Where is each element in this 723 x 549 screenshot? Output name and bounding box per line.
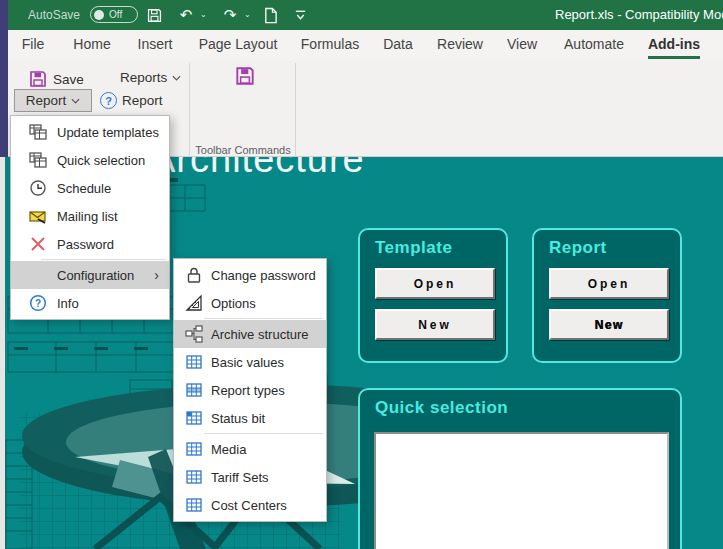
template-panel: Template Open New	[358, 228, 508, 363]
toggle-knob-icon	[94, 10, 104, 20]
table-row-icon	[184, 380, 204, 400]
tab-formulas[interactable]: Formulas	[301, 36, 359, 52]
table-cell-icon	[184, 408, 204, 428]
submenu-item-tariff-sets[interactable]: Tariff Sets	[174, 463, 326, 491]
save-icon[interactable]	[144, 5, 164, 25]
window-title: Report.xls - Compatibility Mode	[555, 7, 723, 22]
menu-item-quick-selection[interactable]: Quick selection	[11, 146, 169, 174]
menu-separator	[41, 259, 166, 260]
help-question-icon: ?	[100, 92, 117, 109]
tab-automate[interactable]: Automate	[564, 36, 624, 52]
undo-icon[interactable]: ↶	[176, 5, 196, 25]
reports-label: Reports	[120, 70, 167, 85]
titlebar: AutoSave Off ↶ ⌄ ↷ ⌄ Report.xls - Compat…	[8, 0, 723, 30]
save-button[interactable]: Save	[28, 69, 84, 89]
menu-item-schedule[interactable]: Schedule	[11, 174, 169, 202]
toolbar-save-button[interactable]	[234, 65, 256, 87]
tab-data[interactable]: Data	[383, 36, 413, 52]
menu-item-info[interactable]: ? Info	[11, 289, 169, 317]
save-floppy-icon	[28, 69, 48, 89]
submenu-item-archive-structure[interactable]: Archive structure	[174, 320, 326, 348]
tab-page-layout[interactable]: Page Layout	[199, 36, 278, 52]
template-new-button[interactable]: New	[375, 309, 495, 340]
templates-icon	[28, 122, 48, 142]
form-heading: Architecture	[150, 157, 365, 181]
options-ruler-icon	[184, 293, 204, 313]
report-help-button[interactable]: ? Report	[100, 92, 163, 109]
tab-review[interactable]: Review	[437, 36, 483, 52]
chevron-down-icon	[172, 75, 181, 81]
submenu-item-status-bit[interactable]: Status bit	[174, 404, 326, 432]
background-window-edge	[0, 157, 5, 549]
menu-item-configuration[interactable]: Configuration ›	[11, 261, 169, 289]
excel-window: AutoSave Off ↶ ⌄ ↷ ⌄ Report.xls - Compat…	[0, 0, 723, 549]
customize-toolbar-icon[interactable]	[290, 5, 310, 25]
report-dropdown-menu: Update templates Quick selection Schedul…	[10, 115, 170, 320]
ribbon-group-separator	[295, 63, 296, 157]
undo-chevron-icon[interactable]: ⌄	[200, 10, 207, 19]
template-open-button[interactable]: Open	[375, 268, 495, 299]
menu-item-update-templates[interactable]: Update templates	[11, 118, 169, 146]
mail-icon	[28, 206, 48, 226]
redo-icon[interactable]: ↷	[220, 5, 240, 25]
table-icon	[184, 495, 204, 515]
submenu-item-report-types[interactable]: Report types	[174, 376, 326, 404]
quick-selection-listbox[interactable]	[374, 432, 669, 549]
reports-dropdown[interactable]: Reports	[120, 70, 181, 85]
redo-chevron-icon[interactable]: ⌄	[244, 10, 251, 19]
tab-insert[interactable]: Insert	[137, 36, 172, 52]
report-open-button[interactable]: Open	[549, 268, 669, 299]
active-tab-underline	[648, 56, 700, 59]
red-x-icon	[28, 234, 48, 254]
report-new-button[interactable]: New	[549, 309, 669, 340]
report-panel: Report Open New	[532, 228, 682, 363]
submenu-item-basic-values[interactable]: Basic values	[174, 348, 326, 376]
empty-icon-slot	[28, 265, 48, 285]
save-label: Save	[53, 72, 84, 87]
menu-separator	[204, 433, 323, 434]
tab-view[interactable]: View	[507, 36, 537, 52]
report-label: Report	[26, 93, 67, 108]
new-document-icon[interactable]	[260, 5, 280, 25]
lock-icon	[184, 265, 204, 285]
templates-icon	[28, 150, 48, 170]
table-icon	[184, 467, 204, 487]
hierarchy-icon	[184, 324, 204, 344]
configuration-submenu: Change password Options Archive structur…	[173, 258, 327, 522]
background-window-edge	[0, 0, 8, 157]
menu-separator	[204, 318, 323, 319]
quick-selection-title: Quick selection	[375, 398, 508, 418]
tab-add-ins[interactable]: Add-ins	[648, 36, 700, 52]
ribbon-tab-row: File Home Insert Page Layout Formulas Da…	[8, 30, 723, 60]
submenu-item-media[interactable]: Media	[174, 435, 326, 463]
submenu-item-options[interactable]: Options	[174, 289, 326, 317]
ribbon-group-separator	[189, 63, 190, 157]
tab-home[interactable]: Home	[73, 36, 110, 52]
svg-text:?: ?	[35, 298, 41, 309]
report-dropdown[interactable]: Report	[14, 89, 92, 112]
autosave-label: AutoSave	[28, 8, 80, 22]
submenu-item-change-password[interactable]: Change password	[174, 261, 326, 289]
tab-file[interactable]: File	[22, 36, 45, 52]
report-panel-title: Report	[549, 238, 607, 258]
ribbon-group-label: Toolbar Commands	[191, 144, 295, 156]
autosave-toggle[interactable]: Off	[90, 6, 138, 23]
submenu-arrow-icon: ›	[154, 267, 169, 283]
report-help-label: Report	[122, 93, 163, 108]
info-icon: ?	[28, 293, 48, 313]
clock-icon	[28, 178, 48, 198]
submenu-item-cost-centers[interactable]: Cost Centers	[174, 491, 326, 519]
autosave-state: Off	[109, 9, 122, 20]
menu-item-password[interactable]: Password	[11, 230, 169, 258]
menu-item-mailing-list[interactable]: Mailing list	[11, 202, 169, 230]
chevron-down-icon	[71, 98, 80, 104]
template-panel-title: Template	[375, 238, 452, 258]
quick-selection-panel: Quick selection	[358, 388, 682, 549]
save-floppy-icon	[234, 65, 256, 87]
table-icon	[184, 352, 204, 372]
table-icon	[184, 439, 204, 459]
